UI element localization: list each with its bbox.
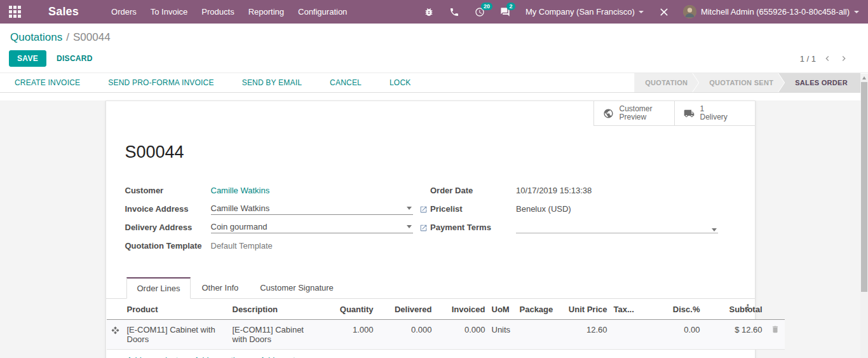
cell-product[interactable]: [E-COM11] Cabinet with Doors <box>124 320 229 350</box>
payment-terms-field[interactable] <box>516 228 718 233</box>
breadcrumb-quotations[interactable]: Quotations <box>10 31 62 43</box>
lock-button[interactable]: LOCK <box>390 78 410 87</box>
save-button[interactable]: SAVE <box>9 50 46 67</box>
form-view-background: Customer Preview 1 Delivery S00044 Custo… <box>0 100 868 358</box>
user-menu[interactable]: Mitchell Admin (655926-13-0-80c458-all) <box>677 0 868 24</box>
send-by-email-button[interactable]: SEND BY EMAIL <box>242 78 302 87</box>
chevron-down-icon <box>854 11 859 13</box>
add-section-link[interactable]: Add a section <box>194 355 244 358</box>
scrollbar-up-arrow[interactable] <box>860 74 868 81</box>
tab-other-info[interactable]: Other Info <box>191 277 249 299</box>
table-header-row: Product Description Quantity Delivered I… <box>107 299 785 320</box>
delivery-label: Delivery <box>700 113 728 121</box>
cell-disc[interactable]: 0.00 <box>648 320 703 350</box>
delivery-address-value[interactable]: Coin gourmand <box>211 222 405 231</box>
cell-description[interactable]: [E-COM11] Cabinet with Doors <box>229 320 320 350</box>
activity-badge: 20 <box>481 3 492 10</box>
dropdown-caret-icon[interactable] <box>407 225 412 228</box>
stat-label-line2: Preview <box>620 113 647 121</box>
stat-buttons: Customer Preview 1 Delivery <box>106 101 755 126</box>
menu-reporting[interactable]: Reporting <box>241 0 291 24</box>
globe-icon <box>603 108 614 119</box>
order-date-value: 10/17/2019 15:13:38 <box>516 186 718 196</box>
col-description: Description <box>229 299 320 320</box>
cell-unit-price[interactable]: 12.60 <box>556 320 611 350</box>
field-label-customer: Customer <box>125 186 211 196</box>
stat-label-line1: Customer <box>620 104 653 113</box>
bug-icon[interactable] <box>416 0 442 24</box>
col-uom: UoM <box>489 299 517 320</box>
menu-products[interactable]: Products <box>194 0 241 24</box>
pager: 1 / 1 <box>800 53 858 64</box>
external-link-icon[interactable] <box>419 224 428 233</box>
phone-icon[interactable] <box>442 0 467 24</box>
pricelist-value: Benelux (USD) <box>516 204 718 215</box>
delete-line-icon[interactable] <box>766 320 785 350</box>
app-name[interactable]: Sales <box>48 5 79 18</box>
add-note-link[interactable]: Add a note <box>260 355 300 358</box>
menu-orders[interactable]: Orders <box>104 0 144 24</box>
status-step-sales-order[interactable]: SALES ORDER <box>778 73 860 92</box>
cell-delivered[interactable]: 0.000 <box>377 320 435 350</box>
field-label-payment-terms: Payment Terms <box>430 223 516 233</box>
breadcrumb-separator: / <box>66 31 69 43</box>
cell-tax[interactable] <box>611 320 648 350</box>
col-delivered: Delivered <box>377 299 435 320</box>
pager-next-icon[interactable] <box>839 53 849 64</box>
col-quantity: Quantity <box>320 299 377 320</box>
invoice-address-value[interactable]: Camille Watkins <box>211 203 405 213</box>
optional-columns-icon[interactable]: ⋮ <box>744 303 752 312</box>
statusbar: QUOTATION QUOTATION SENT SALES ORDER <box>634 73 860 92</box>
status-step-quotation-sent[interactable]: QUOTATION SENT <box>693 73 784 92</box>
tab-customer-signature[interactable]: Customer Signature <box>249 277 344 299</box>
dropdown-caret-icon[interactable] <box>712 228 717 231</box>
chevron-down-icon <box>639 11 644 13</box>
send-proforma-button[interactable]: SEND PRO-FORMA INVOICE <box>108 78 214 87</box>
delivery-count: 1 <box>700 104 705 113</box>
col-disc: Disc.% <box>648 299 703 320</box>
status-step-quotation[interactable]: QUOTATION <box>634 73 698 92</box>
order-line-row: [E-COM11] Cabinet with Doors [E-COM11] C… <box>107 320 785 350</box>
menu-to-invoice[interactable]: To Invoice <box>144 0 195 24</box>
delivery-button[interactable]: 1 Delivery <box>674 101 755 126</box>
invoice-address-field[interactable]: Camille Watkins <box>211 203 413 215</box>
quotation-template-value: Default Template <box>211 241 273 251</box>
scrollbar-thumb[interactable] <box>861 82 867 292</box>
field-label-order-date: Order Date <box>430 186 516 196</box>
cell-package[interactable] <box>517 320 556 350</box>
external-link-icon[interactable] <box>419 205 428 215</box>
add-product-link[interactable]: Add a product <box>127 355 179 358</box>
field-label-invoice-address: Invoice Address <box>125 204 211 215</box>
message-badge: 2 <box>506 3 515 10</box>
cell-invoiced[interactable]: 0.000 <box>435 320 489 350</box>
topbar-menus: Orders To Invoice Products Reporting Con… <box>104 0 354 24</box>
clock-activity-icon[interactable]: 20 <box>467 0 492 24</box>
menu-configuration[interactable]: Configuration <box>291 0 354 24</box>
chat-messages-icon[interactable]: 2 <box>492 0 518 24</box>
delivery-address-field[interactable]: Coin gourmand <box>211 222 413 233</box>
top-navbar: Sales Orders To Invoice Products Reporti… <box>0 0 868 24</box>
handle-column-header <box>107 299 124 320</box>
customer-value-link[interactable]: Camille Watkins <box>211 186 270 195</box>
company-name: My Company (San Francisco) <box>526 7 635 17</box>
col-invoiced: Invoiced <box>435 299 489 320</box>
discard-button[interactable]: DISCARD <box>57 54 93 63</box>
dropdown-caret-icon[interactable] <box>407 207 412 210</box>
company-switcher[interactable]: My Company (San Francisco) <box>518 0 651 24</box>
field-label-quotation-template: Quotation Template <box>125 241 211 252</box>
cell-quantity[interactable]: 1.000 <box>320 320 377 350</box>
cell-uom[interactable]: Units <box>489 320 517 350</box>
tools-icon[interactable] <box>651 0 677 24</box>
cancel-button[interactable]: CANCEL <box>330 78 362 87</box>
drag-handle-icon[interactable] <box>107 320 124 350</box>
apps-grid-icon[interactable] <box>9 6 22 18</box>
order-lines-table: ⋮ Product Description Quantity Delivered <box>106 299 755 358</box>
scrollbar[interactable] <box>860 74 868 358</box>
customer-preview-button[interactable]: Customer Preview <box>593 101 674 126</box>
col-unit-price: Unit Price <box>556 299 611 320</box>
pager-previous-icon[interactable] <box>822 53 832 64</box>
col-subtotal: Subtotal <box>703 299 766 320</box>
create-invoice-button[interactable]: CREATE INVOICE <box>15 78 80 87</box>
col-tax: Tax... <box>611 299 648 320</box>
tab-order-lines[interactable]: Order Lines <box>126 277 191 299</box>
